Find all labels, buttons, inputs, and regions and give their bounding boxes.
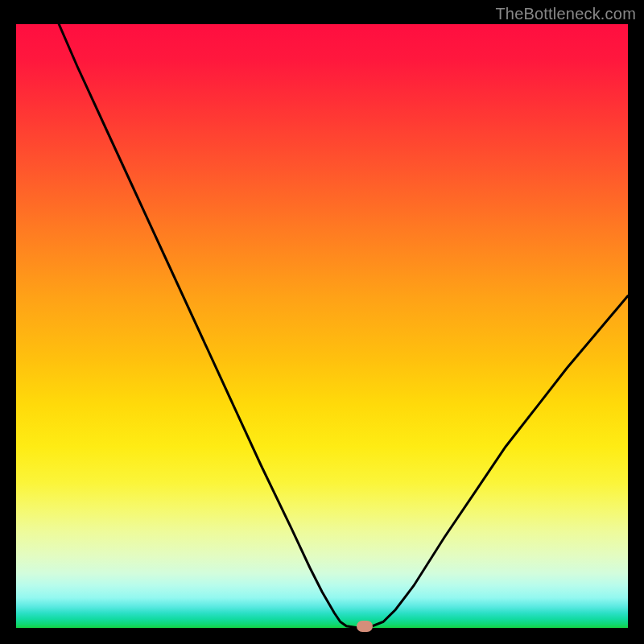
watermark-text: TheBottleneck.com — [495, 5, 636, 23]
heatmap-background — [16, 24, 628, 628]
chart-container: TheBottleneck.com — [0, 0, 644, 644]
plot-area — [16, 24, 628, 628]
optimum-marker — [357, 621, 373, 632]
